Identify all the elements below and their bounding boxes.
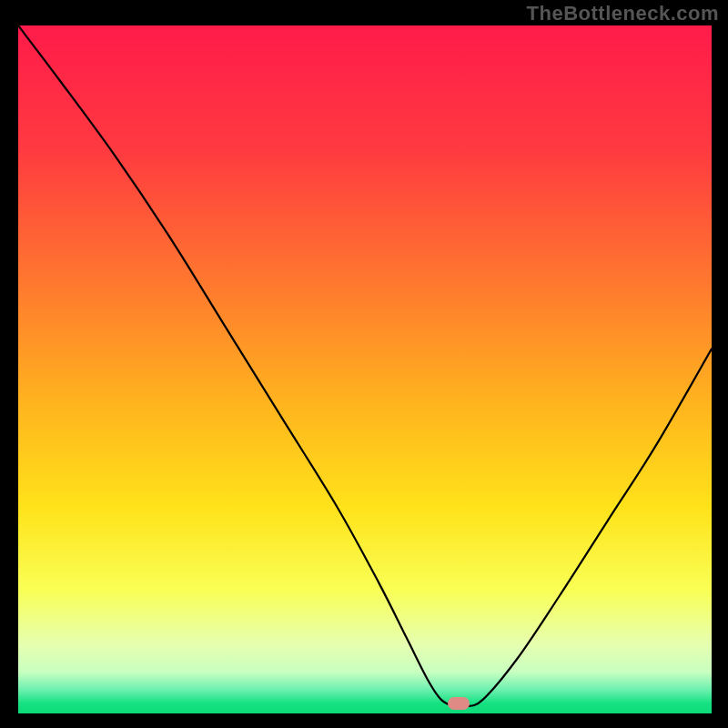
- plot-area: [18, 25, 712, 713]
- bottleneck-chart: [18, 25, 712, 713]
- gradient-background: [18, 25, 712, 713]
- site-watermark: TheBottleneck.com: [527, 2, 719, 25]
- chart-stage: TheBottleneck.com: [0, 0, 728, 728]
- optimal-point-marker: [448, 697, 470, 710]
